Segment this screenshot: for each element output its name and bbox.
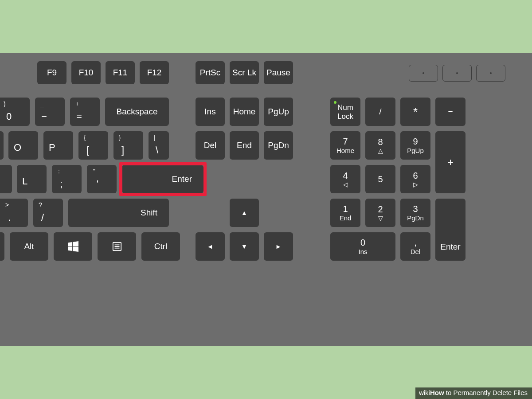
key-backslash[interactable]: | \ bbox=[149, 131, 169, 160]
arrow-left-icon: ◄ bbox=[207, 243, 213, 250]
key-enter[interactable]: Enter bbox=[122, 165, 203, 193]
key-edge-2 bbox=[0, 165, 12, 193]
key-end[interactable]: End bbox=[230, 131, 259, 160]
key-quote[interactable]: " ' bbox=[87, 165, 117, 193]
key-menu[interactable] bbox=[98, 232, 136, 261]
key-prtsc[interactable]: PrtSc bbox=[196, 61, 225, 84]
key-pgup[interactable]: PgUp bbox=[264, 98, 293, 126]
key-backspace[interactable]: Backspace bbox=[105, 98, 169, 126]
key-numpad-5[interactable]: 5 bbox=[365, 165, 395, 193]
led-indicator-3 bbox=[476, 65, 505, 82]
windows-icon bbox=[68, 241, 78, 252]
key-minus[interactable]: _ − bbox=[35, 98, 65, 126]
key-numpad-star[interactable]: * bbox=[400, 98, 430, 126]
key-0[interactable]: ) 0 bbox=[0, 98, 30, 126]
key-numpad-dot[interactable]: , Del bbox=[400, 232, 430, 261]
key-alt[interactable]: Alt bbox=[10, 232, 48, 261]
key-semicolon[interactable]: : ; bbox=[52, 165, 82, 193]
arrow-up-icon: ▲ bbox=[241, 209, 247, 216]
key-numpad-slash[interactable]: / bbox=[365, 98, 395, 126]
key-numpad-7[interactable]: 7 Home bbox=[330, 131, 360, 160]
menu-icon bbox=[112, 242, 122, 251]
key-period[interactable]: > . bbox=[0, 199, 28, 227]
key-f10[interactable]: F10 bbox=[71, 61, 101, 84]
key-edge-3 bbox=[0, 232, 4, 261]
key-f12[interactable]: F12 bbox=[140, 61, 169, 84]
key-shift[interactable]: Shift bbox=[68, 199, 169, 227]
led-indicator-2 bbox=[442, 65, 472, 82]
key-l[interactable]: L bbox=[17, 165, 47, 193]
key-windows[interactable] bbox=[54, 232, 92, 261]
key-edge-1 bbox=[0, 131, 4, 160]
key-numpad-minus[interactable]: − bbox=[435, 98, 466, 126]
key-arrow-right[interactable]: ► bbox=[264, 232, 293, 261]
key-del[interactable]: Del bbox=[196, 131, 225, 160]
key-numpad-9[interactable]: 9 PgUp bbox=[400, 131, 430, 160]
key-ins[interactable]: Ins bbox=[196, 98, 225, 126]
key-numpad-2[interactable]: 2 ▽ bbox=[365, 199, 395, 227]
key-arrow-up[interactable]: ▲ bbox=[230, 199, 259, 227]
key-arrow-left[interactable]: ◄ bbox=[196, 232, 225, 261]
key-home[interactable]: Home bbox=[230, 98, 259, 126]
key-left-bracket[interactable]: { [ bbox=[78, 131, 108, 160]
led-indicator-1 bbox=[409, 65, 438, 82]
wikihow-caption: wikiHow to Permanently Delete Files bbox=[415, 387, 532, 399]
key-numlock[interactable]: Num Lock bbox=[330, 98, 360, 126]
key-numpad-enter[interactable]: Enter bbox=[435, 199, 466, 261]
key-right-bracket[interactable]: } ] bbox=[113, 131, 143, 160]
key-ctrl[interactable]: Ctrl bbox=[141, 232, 180, 261]
key-numpad-plus[interactable]: + bbox=[435, 131, 466, 193]
keyboard-diagram: F9 F10 F11 F12 PrtSc Scr Lk Pause ) 0 _ … bbox=[0, 53, 532, 346]
key-o[interactable]: O bbox=[8, 131, 38, 160]
key-pgdn[interactable]: PgDn bbox=[264, 131, 293, 160]
arrow-down-icon: ▼ bbox=[241, 243, 247, 250]
key-numpad-4[interactable]: 4 ◁ bbox=[330, 165, 360, 193]
key-numpad-1[interactable]: 1 End bbox=[330, 199, 360, 227]
arrow-right-icon: ► bbox=[275, 243, 282, 250]
key-f11[interactable]: F11 bbox=[106, 61, 135, 84]
key-scrlk[interactable]: Scr Lk bbox=[230, 61, 259, 84]
key-numpad-3[interactable]: 3 PgDn bbox=[400, 199, 430, 227]
key-f9[interactable]: F9 bbox=[37, 61, 66, 84]
key-numpad-6[interactable]: 6 ▷ bbox=[400, 165, 430, 193]
key-slash[interactable]: ? / bbox=[33, 199, 63, 227]
numlock-led-icon bbox=[334, 101, 336, 104]
key-p[interactable]: P bbox=[43, 131, 73, 160]
key-equals[interactable]: + = bbox=[70, 98, 100, 126]
key-numpad-8[interactable]: 8 △ bbox=[365, 131, 395, 160]
key-pause[interactable]: Pause bbox=[264, 61, 293, 84]
key-arrow-down[interactable]: ▼ bbox=[230, 232, 259, 261]
key-numpad-0[interactable]: 0 Ins bbox=[330, 232, 395, 261]
